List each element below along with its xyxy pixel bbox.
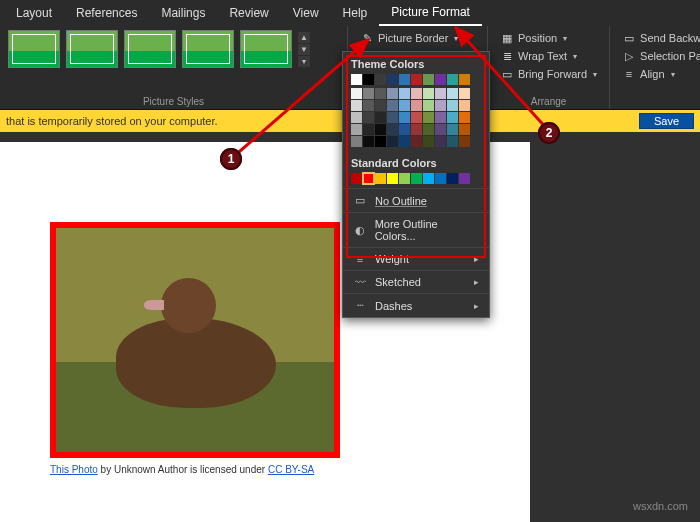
chevron-up-icon[interactable]: ▲ <box>298 32 310 43</box>
color-swatch[interactable] <box>435 88 446 99</box>
tab-picture-format[interactable]: Picture Format <box>379 0 482 26</box>
wrap-text-button[interactable]: ≣Wrap Text▾ <box>496 48 601 64</box>
color-swatch[interactable] <box>375 136 386 147</box>
style-thumb[interactable] <box>66 30 118 68</box>
color-swatch[interactable] <box>435 74 446 85</box>
tab-review[interactable]: Review <box>217 0 280 26</box>
align-button[interactable]: ≡Align▾ <box>618 66 700 82</box>
color-swatch[interactable] <box>459 173 470 184</box>
color-swatch[interactable] <box>399 74 410 85</box>
color-swatch[interactable] <box>423 74 434 85</box>
color-swatch[interactable] <box>363 112 374 123</box>
color-swatch[interactable] <box>447 136 458 147</box>
color-swatch[interactable] <box>399 112 410 123</box>
style-thumb[interactable] <box>182 30 234 68</box>
color-swatch[interactable] <box>423 100 434 111</box>
color-swatch[interactable] <box>375 88 386 99</box>
tab-help[interactable]: Help <box>331 0 380 26</box>
tab-references[interactable]: References <box>64 0 149 26</box>
dashes-item[interactable]: ┄Dashes▸ <box>343 293 489 317</box>
color-swatch[interactable] <box>459 112 470 123</box>
color-swatch[interactable] <box>459 124 470 135</box>
color-swatch[interactable] <box>435 173 446 184</box>
styles-gallery-spinner[interactable]: ▲ ▼ ▾ <box>298 32 310 67</box>
color-swatch[interactable] <box>375 173 386 184</box>
save-button[interactable]: Save <box>639 113 694 129</box>
color-swatch[interactable] <box>351 112 362 123</box>
color-swatch[interactable] <box>423 124 434 135</box>
color-swatch[interactable] <box>423 173 434 184</box>
tab-mailings[interactable]: Mailings <box>149 0 217 26</box>
color-swatch[interactable] <box>351 136 362 147</box>
color-swatch[interactable] <box>459 100 470 111</box>
color-swatch[interactable] <box>399 100 410 111</box>
color-swatch[interactable] <box>375 100 386 111</box>
color-swatch[interactable] <box>387 124 398 135</box>
color-swatch[interactable] <box>459 136 470 147</box>
color-swatch[interactable] <box>447 173 458 184</box>
color-swatch[interactable] <box>363 100 374 111</box>
color-swatch[interactable] <box>447 124 458 135</box>
sketched-item[interactable]: 〰Sketched▸ <box>343 270 489 293</box>
color-swatch[interactable] <box>387 173 398 184</box>
color-swatch[interactable] <box>411 100 422 111</box>
selection-pane-button[interactable]: ▷Selection Pane <box>618 48 700 64</box>
style-thumb[interactable] <box>8 30 60 68</box>
more-outline-colors-item[interactable]: ◐More Outline Colors... <box>343 212 489 247</box>
color-swatch[interactable] <box>351 100 362 111</box>
color-swatch[interactable] <box>399 136 410 147</box>
color-swatch[interactable] <box>375 112 386 123</box>
color-swatch[interactable] <box>447 100 458 111</box>
color-swatch[interactable] <box>399 88 410 99</box>
color-swatch[interactable] <box>411 112 422 123</box>
color-swatch[interactable] <box>387 100 398 111</box>
caption-link-license[interactable]: CC BY-SA <box>268 464 314 475</box>
color-swatch[interactable] <box>435 124 446 135</box>
color-swatch[interactable] <box>351 124 362 135</box>
selected-picture[interactable] <box>50 222 340 458</box>
color-swatch[interactable] <box>411 74 422 85</box>
color-swatch[interactable] <box>411 88 422 99</box>
color-swatch[interactable] <box>411 124 422 135</box>
position-button[interactable]: ▦Position▾ <box>496 30 601 46</box>
color-swatch[interactable] <box>447 88 458 99</box>
chevron-down-icon[interactable]: ▼ <box>298 44 310 55</box>
color-swatch[interactable] <box>435 112 446 123</box>
color-swatch[interactable] <box>363 74 374 85</box>
color-swatch[interactable] <box>363 136 374 147</box>
color-swatch[interactable] <box>447 112 458 123</box>
color-swatch[interactable] <box>387 112 398 123</box>
style-thumb[interactable] <box>124 30 176 68</box>
color-swatch[interactable] <box>363 88 374 99</box>
color-swatch[interactable] <box>459 74 470 85</box>
picture-border-button[interactable]: ✎ Picture Border ▾ <box>356 30 479 46</box>
style-thumb[interactable] <box>240 30 292 68</box>
color-swatch[interactable] <box>363 124 374 135</box>
color-swatch[interactable] <box>387 74 398 85</box>
color-swatch[interactable] <box>387 136 398 147</box>
color-swatch[interactable] <box>411 136 422 147</box>
caption-link-photo[interactable]: This Photo <box>50 464 98 475</box>
tab-view[interactable]: View <box>281 0 331 26</box>
color-swatch[interactable] <box>351 173 362 184</box>
color-swatch[interactable] <box>399 173 410 184</box>
tab-layout[interactable]: Layout <box>4 0 64 26</box>
color-swatch[interactable] <box>423 136 434 147</box>
color-swatch[interactable] <box>351 74 362 85</box>
send-backward-button[interactable]: ▭Send Backward <box>618 30 700 46</box>
more-icon[interactable]: ▾ <box>298 56 310 67</box>
color-swatch[interactable] <box>411 173 422 184</box>
color-swatch[interactable] <box>435 136 446 147</box>
color-swatch[interactable] <box>423 112 434 123</box>
color-swatch[interactable] <box>423 88 434 99</box>
color-swatch[interactable] <box>363 173 374 184</box>
color-swatch[interactable] <box>387 88 398 99</box>
color-swatch[interactable] <box>351 88 362 99</box>
color-swatch[interactable] <box>435 100 446 111</box>
bring-forward-button[interactable]: ▭Bring Forward▾ <box>496 66 601 82</box>
color-swatch[interactable] <box>399 124 410 135</box>
weight-item[interactable]: ≡Weight▸ <box>343 247 489 270</box>
color-swatch[interactable] <box>375 74 386 85</box>
color-swatch[interactable] <box>447 74 458 85</box>
color-swatch[interactable] <box>375 124 386 135</box>
